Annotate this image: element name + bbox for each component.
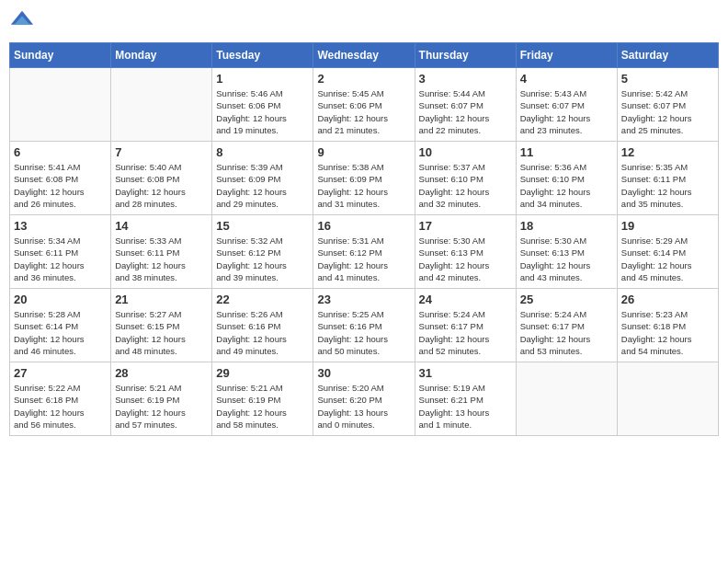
calendar-cell — [617, 362, 718, 436]
day-number: 18 — [520, 219, 613, 233]
day-number: 11 — [520, 145, 613, 159]
day-number: 7 — [115, 145, 208, 159]
day-number: 1 — [216, 72, 309, 86]
day-number: 22 — [216, 293, 309, 306]
weekday-header-tuesday: Tuesday — [212, 43, 313, 68]
day-number: 19 — [621, 219, 714, 233]
day-number: 15 — [216, 219, 309, 233]
calendar-cell: 9Sunrise: 5:38 AM Sunset: 6:09 PM Daylig… — [313, 142, 415, 215]
day-number: 26 — [621, 293, 714, 306]
calendar-cell — [111, 68, 212, 142]
calendar-cell: 10Sunrise: 5:37 AM Sunset: 6:10 PM Dayli… — [415, 142, 516, 215]
weekday-header-wednesday: Wednesday — [313, 43, 415, 68]
day-info: Sunrise: 5:29 AM Sunset: 6:14 PM Dayligh… — [621, 235, 714, 283]
calendar-cell: 28Sunrise: 5:21 AM Sunset: 6:19 PM Dayli… — [111, 362, 212, 436]
weekday-header-friday: Friday — [516, 43, 617, 68]
calendar-table: SundayMondayTuesdayWednesdayThursdayFrid… — [9, 42, 719, 436]
calendar-cell: 15Sunrise: 5:32 AM Sunset: 6:12 PM Dayli… — [212, 215, 313, 289]
calendar-week-row: 1Sunrise: 5:46 AM Sunset: 6:06 PM Daylig… — [10, 68, 719, 142]
day-number: 10 — [419, 145, 512, 159]
day-info: Sunrise: 5:20 AM Sunset: 6:20 PM Dayligh… — [317, 382, 410, 431]
calendar-cell: 3Sunrise: 5:44 AM Sunset: 6:07 PM Daylig… — [415, 68, 516, 142]
day-number: 3 — [419, 72, 512, 86]
calendar-cell: 1Sunrise: 5:46 AM Sunset: 6:06 PM Daylig… — [212, 68, 313, 142]
day-info: Sunrise: 5:22 AM Sunset: 6:18 PM Dayligh… — [14, 382, 107, 431]
day-number: 23 — [317, 293, 410, 306]
day-info: Sunrise: 5:19 AM Sunset: 6:21 PM Dayligh… — [419, 382, 512, 431]
day-info: Sunrise: 5:44 AM Sunset: 6:07 PM Dayligh… — [419, 87, 512, 136]
calendar-cell: 21Sunrise: 5:27 AM Sunset: 6:15 PM Dayli… — [111, 289, 212, 362]
calendar-cell: 23Sunrise: 5:25 AM Sunset: 6:16 PM Dayli… — [313, 289, 415, 362]
day-number: 4 — [520, 72, 613, 86]
calendar-cell: 27Sunrise: 5:22 AM Sunset: 6:18 PM Dayli… — [10, 362, 111, 436]
calendar-cell: 5Sunrise: 5:42 AM Sunset: 6:07 PM Daylig… — [617, 68, 718, 142]
calendar-cell: 20Sunrise: 5:28 AM Sunset: 6:14 PM Dayli… — [10, 289, 111, 362]
day-info: Sunrise: 5:39 AM Sunset: 6:09 PM Dayligh… — [216, 161, 309, 210]
day-number: 16 — [317, 219, 410, 233]
day-info: Sunrise: 5:34 AM Sunset: 6:11 PM Dayligh… — [14, 235, 107, 283]
day-info: Sunrise: 5:37 AM Sunset: 6:10 PM Dayligh… — [419, 161, 512, 210]
calendar-cell: 7Sunrise: 5:40 AM Sunset: 6:08 PM Daylig… — [111, 142, 212, 215]
day-info: Sunrise: 5:30 AM Sunset: 6:13 PM Dayligh… — [419, 235, 512, 283]
day-info: Sunrise: 5:40 AM Sunset: 6:08 PM Dayligh… — [115, 161, 208, 210]
day-number: 25 — [520, 293, 613, 306]
day-info: Sunrise: 5:24 AM Sunset: 6:17 PM Dayligh… — [419, 308, 512, 357]
calendar-cell: 14Sunrise: 5:33 AM Sunset: 6:11 PM Dayli… — [111, 215, 212, 289]
day-info: Sunrise: 5:32 AM Sunset: 6:12 PM Dayligh… — [216, 235, 309, 283]
day-info: Sunrise: 5:33 AM Sunset: 6:11 PM Dayligh… — [115, 235, 208, 283]
calendar-cell: 8Sunrise: 5:39 AM Sunset: 6:09 PM Daylig… — [212, 142, 313, 215]
day-number: 29 — [216, 366, 309, 380]
day-info: Sunrise: 5:27 AM Sunset: 6:15 PM Dayligh… — [115, 308, 208, 357]
calendar-cell: 29Sunrise: 5:21 AM Sunset: 6:19 PM Dayli… — [212, 362, 313, 436]
day-info: Sunrise: 5:26 AM Sunset: 6:16 PM Dayligh… — [216, 308, 309, 357]
calendar-week-row: 20Sunrise: 5:28 AM Sunset: 6:14 PM Dayli… — [10, 289, 719, 362]
day-number: 20 — [14, 293, 107, 306]
weekday-header-thursday: Thursday — [415, 43, 516, 68]
calendar-cell: 31Sunrise: 5:19 AM Sunset: 6:21 PM Dayli… — [415, 362, 516, 436]
day-number: 14 — [115, 219, 208, 233]
page-header — [9, 9, 719, 35]
day-number: 5 — [621, 72, 714, 86]
day-info: Sunrise: 5:43 AM Sunset: 6:07 PM Dayligh… — [520, 87, 613, 136]
calendar-cell: 18Sunrise: 5:30 AM Sunset: 6:13 PM Dayli… — [516, 215, 617, 289]
day-info: Sunrise: 5:21 AM Sunset: 6:19 PM Dayligh… — [216, 382, 309, 431]
calendar-cell: 12Sunrise: 5:35 AM Sunset: 6:11 PM Dayli… — [617, 142, 718, 215]
calendar-cell: 19Sunrise: 5:29 AM Sunset: 6:14 PM Dayli… — [617, 215, 718, 289]
weekday-header-saturday: Saturday — [617, 43, 718, 68]
day-info: Sunrise: 5:21 AM Sunset: 6:19 PM Dayligh… — [115, 382, 208, 431]
day-info: Sunrise: 5:41 AM Sunset: 6:08 PM Dayligh… — [14, 161, 107, 210]
day-number: 8 — [216, 145, 309, 159]
calendar-cell — [10, 68, 111, 142]
weekday-header-row: SundayMondayTuesdayWednesdayThursdayFrid… — [10, 43, 719, 68]
calendar-cell: 26Sunrise: 5:23 AM Sunset: 6:18 PM Dayli… — [617, 289, 718, 362]
day-number: 12 — [621, 145, 714, 159]
calendar-week-row: 13Sunrise: 5:34 AM Sunset: 6:11 PM Dayli… — [10, 215, 719, 289]
day-info: Sunrise: 5:30 AM Sunset: 6:13 PM Dayligh… — [520, 235, 613, 283]
day-info: Sunrise: 5:36 AM Sunset: 6:10 PM Dayligh… — [520, 161, 613, 210]
day-number: 9 — [317, 145, 410, 159]
day-number: 2 — [317, 72, 410, 86]
day-info: Sunrise: 5:24 AM Sunset: 6:17 PM Dayligh… — [520, 308, 613, 357]
day-info: Sunrise: 5:35 AM Sunset: 6:11 PM Dayligh… — [621, 161, 714, 210]
calendar-cell: 25Sunrise: 5:24 AM Sunset: 6:17 PM Dayli… — [516, 289, 617, 362]
day-info: Sunrise: 5:23 AM Sunset: 6:18 PM Dayligh… — [621, 308, 714, 357]
day-info: Sunrise: 5:25 AM Sunset: 6:16 PM Dayligh… — [317, 308, 410, 357]
calendar-cell: 13Sunrise: 5:34 AM Sunset: 6:11 PM Dayli… — [10, 215, 111, 289]
day-number: 21 — [115, 293, 208, 306]
day-number: 28 — [115, 366, 208, 380]
logo — [9, 9, 39, 35]
calendar-week-row: 27Sunrise: 5:22 AM Sunset: 6:18 PM Dayli… — [10, 362, 719, 436]
calendar-cell: 17Sunrise: 5:30 AM Sunset: 6:13 PM Dayli… — [415, 215, 516, 289]
day-number: 13 — [14, 219, 107, 233]
weekday-header-monday: Monday — [111, 43, 212, 68]
day-number: 30 — [317, 366, 410, 380]
day-info: Sunrise: 5:38 AM Sunset: 6:09 PM Dayligh… — [317, 161, 410, 210]
day-info: Sunrise: 5:46 AM Sunset: 6:06 PM Dayligh… — [216, 87, 309, 136]
day-info: Sunrise: 5:28 AM Sunset: 6:14 PM Dayligh… — [14, 308, 107, 357]
day-info: Sunrise: 5:31 AM Sunset: 6:12 PM Dayligh… — [317, 235, 410, 283]
logo-icon — [9, 9, 35, 35]
calendar-cell: 24Sunrise: 5:24 AM Sunset: 6:17 PM Dayli… — [415, 289, 516, 362]
day-info: Sunrise: 5:45 AM Sunset: 6:06 PM Dayligh… — [317, 87, 410, 136]
weekday-header-sunday: Sunday — [10, 43, 111, 68]
day-number: 24 — [419, 293, 512, 306]
